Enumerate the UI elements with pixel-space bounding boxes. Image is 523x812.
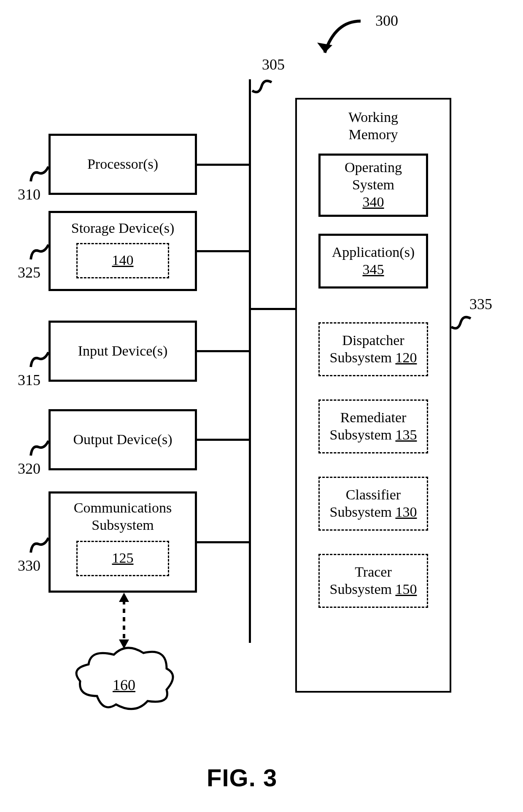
bus-line [249, 79, 251, 643]
comm-ref-label: 330 [18, 557, 40, 575]
tracer-ref: 150 [395, 581, 417, 597]
input-label: Input Device(s) [78, 343, 167, 360]
processor-connector [197, 164, 249, 166]
input-ref-label: 315 [18, 371, 40, 389]
wm-ref-squiggle [450, 310, 476, 335]
storage-inner-ref: 140 [112, 252, 134, 269]
apps-block: Application(s) 345 [318, 234, 428, 289]
classifier-ref: 130 [395, 504, 417, 520]
wm-ref-label: 335 [469, 295, 492, 313]
comm-inner-block: 125 [76, 541, 169, 576]
comm-label: Communications Subsystem [74, 499, 172, 534]
remediater-ref: 135 [395, 427, 417, 442]
os-ref: 340 [363, 194, 384, 211]
classifier-block: ClassifierSubsystem 130 [318, 477, 428, 531]
storage-connector [197, 250, 249, 252]
tracer-block: TracerSubsystem 150 [318, 554, 428, 608]
overall-ref-arrow [312, 15, 375, 70]
comm-cloud-arrow [116, 593, 132, 650]
comm-block: Communications Subsystem 125 [49, 491, 197, 593]
storage-block: Storage Device(s) 140 [49, 211, 197, 291]
remediater-label: RemediaterSubsystem 135 [330, 409, 417, 444]
apps-ref: 345 [363, 261, 384, 278]
dispatcher-ref: 120 [395, 350, 417, 365]
tracer-label: TracerSubsystem 150 [330, 564, 417, 598]
apps-label: Application(s) [332, 244, 415, 261]
dispatcher-block: DispatcherSubsystem 120 [318, 322, 428, 376]
svg-marker-0 [317, 43, 332, 53]
processor-ref-label: 310 [18, 186, 40, 203]
working-memory-label: Working Memory [348, 109, 398, 143]
processor-label: Processor(s) [87, 156, 158, 173]
dispatcher-label: DispatcherSubsystem 120 [330, 332, 417, 367]
input-block: Input Device(s) [49, 321, 197, 382]
comm-connector [197, 541, 249, 543]
storage-ref-label: 325 [18, 264, 40, 281]
output-block: Output Device(s) [49, 409, 197, 470]
output-connector [197, 439, 249, 441]
figure-title: FIG. 3 [207, 763, 277, 792]
comm-inner-ref: 125 [112, 550, 134, 567]
classifier-label: ClassifierSubsystem 130 [330, 486, 417, 521]
bus-ref-label: 305 [262, 56, 285, 73]
output-ref-label: 320 [18, 460, 40, 477]
working-memory-block: Working Memory Operating System 340 Appl… [295, 98, 451, 693]
bus-ref-squiggle [251, 74, 277, 99]
wm-connector [251, 308, 295, 310]
os-label: Operating System [345, 159, 402, 194]
remediater-block: RemediaterSubsystem 135 [318, 399, 428, 453]
figure-canvas: 300 305 Processor(s) 310 Storage Device(… [0, 0, 523, 812]
input-connector [197, 350, 249, 352]
storage-inner-block: 140 [76, 243, 169, 278]
processor-block: Processor(s) [49, 134, 197, 195]
overall-ref-label: 300 [375, 12, 398, 30]
storage-label: Storage Device(s) [71, 220, 175, 237]
os-block: Operating System 340 [318, 154, 428, 217]
output-label: Output Device(s) [73, 431, 172, 448]
svg-marker-2 [119, 593, 129, 602]
cloud-ref: 160 [113, 676, 135, 694]
